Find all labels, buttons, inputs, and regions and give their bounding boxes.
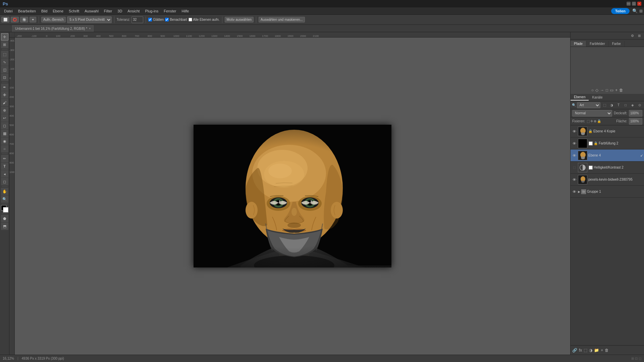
panel-add-icon[interactable]: + xyxy=(615,88,618,93)
layer-adj-btn[interactable]: ◑ xyxy=(589,348,592,353)
layer-mask-btn[interactable]: ⬚ xyxy=(584,348,587,353)
toleranz-input[interactable] xyxy=(131,16,143,23)
panel-trash-icon[interactable]: 🗑 xyxy=(619,88,623,93)
lasso-tool[interactable]: ∿ xyxy=(1,58,8,66)
object-select-tool[interactable]: ◫ xyxy=(1,66,8,73)
layer-visibility-toggle[interactable]: 👁 xyxy=(572,177,577,182)
tab-farbfelder[interactable]: Farbfelder xyxy=(586,41,609,47)
fix-artboard-icon[interactable]: ⊕ xyxy=(594,119,596,123)
menu-filter[interactable]: Filter xyxy=(101,8,115,14)
fix-all-icon[interactable]: 🔒 xyxy=(597,119,601,123)
maximize-btn[interactable]: □ xyxy=(632,2,636,6)
quick-mask-tool[interactable]: ⬟ xyxy=(1,215,8,222)
eraser-tool[interactable]: ◻ xyxy=(1,122,8,129)
tool-lasso[interactable]: 🔘 xyxy=(20,17,28,22)
panel-arrow-icon[interactable]: → xyxy=(600,88,604,93)
tool-ellipse-select[interactable]: ⭕ xyxy=(11,17,19,22)
fix-position-icon[interactable]: ✛ xyxy=(590,119,593,123)
titlebar-controls[interactable]: — □ × xyxy=(627,2,641,6)
layer-trash-btn[interactable]: 🗑 xyxy=(605,348,609,353)
shape-tool[interactable]: ◻ xyxy=(1,178,8,185)
eyedropper-tool[interactable]: ✒ xyxy=(1,83,8,91)
move-tool[interactable]: ✛ xyxy=(1,33,8,41)
panel-circle-icon[interactable]: ○ xyxy=(591,88,594,93)
path-select-tool[interactable]: ◂ xyxy=(1,170,8,178)
doc-tab-close[interactable]: × xyxy=(89,27,91,30)
tab-farbe[interactable]: Farbe xyxy=(609,41,625,47)
auswaehlen-maskieren-btn[interactable]: Auswählen und maskieren... xyxy=(259,17,305,22)
motiv-auswaehlen-btn[interactable]: Motiv auswählen xyxy=(225,17,254,22)
tab-kanaele[interactable]: Kanäle xyxy=(589,95,606,100)
menu-fenster[interactable]: Fenster xyxy=(161,8,179,14)
menu-auswahl[interactable]: Auswahl xyxy=(82,8,101,14)
healing-tool[interactable]: ✙ xyxy=(1,91,8,99)
view-options-icon[interactable]: ⊞ xyxy=(639,9,643,13)
layer-effect-btn[interactable]: fx xyxy=(579,348,582,353)
blend-mode-select[interactable]: Normal xyxy=(572,110,612,117)
menu-bild[interactable]: Bild xyxy=(39,8,50,14)
benachbart-checkbox[interactable]: Benachbart xyxy=(165,18,187,21)
glatten-checkbox[interactable]: Glätten xyxy=(148,18,164,21)
menu-bearbeiten[interactable]: Bearbeiten xyxy=(15,8,39,14)
close-btn[interactable]: × xyxy=(637,2,641,6)
canvas-container[interactable] xyxy=(15,38,570,355)
marquee-tool[interactable]: ⬚ xyxy=(1,51,8,58)
tool-magic-wand[interactable]: ✦ xyxy=(30,17,36,22)
panel-square-icon[interactable]: □ xyxy=(606,88,608,93)
layer-item[interactable]: 👁 pexels-kevin-bidwell-2380795 xyxy=(571,174,644,186)
menu-plugins[interactable]: Plug-ins xyxy=(142,8,161,14)
hand-tool[interactable]: ✋ xyxy=(1,188,8,195)
layer-visibility-toggle[interactable]: 👁 xyxy=(572,129,577,134)
layer-item[interactable]: 👁 ▶ Gruppe 1 xyxy=(571,186,644,198)
search-icon[interactable]: 🔍 xyxy=(632,8,638,13)
layer-filter-toggle[interactable]: ⊙ xyxy=(637,102,643,108)
layer-item[interactable]: 👁 🔒 Farbfüllung 2 xyxy=(571,137,644,149)
artboard-tool[interactable]: ⊞ xyxy=(1,41,8,48)
menu-ansicht[interactable]: Ansicht xyxy=(125,8,142,14)
layer-filter-pixel-btn[interactable]: ⬚ xyxy=(601,102,607,108)
panel-diamond-icon[interactable]: ◇ xyxy=(595,88,598,93)
layer-new-btn[interactable]: + xyxy=(601,348,603,353)
menu-3d[interactable]: 3D xyxy=(115,8,125,14)
dodge-tool[interactable]: ○ xyxy=(1,145,8,153)
minimize-btn[interactable]: — xyxy=(627,2,631,6)
clone-stamp-tool[interactable]: ⊕ xyxy=(1,107,8,114)
menu-hilfe[interactable]: Hilfe xyxy=(179,8,192,14)
pen-tool[interactable]: ✏ xyxy=(1,155,8,162)
gradient-tool[interactable]: ▦ xyxy=(1,130,8,137)
layer-group-arrow[interactable]: ▶ xyxy=(578,190,580,193)
tab-pfade[interactable]: Pfade xyxy=(571,41,586,47)
layer-visibility-toggle[interactable]: 👁 xyxy=(572,153,577,158)
background-color[interactable] xyxy=(3,207,8,213)
color-selector[interactable] xyxy=(1,205,8,213)
panel-rect-icon[interactable]: ▭ xyxy=(610,88,613,93)
history-brush-tool[interactable]: ↩ xyxy=(1,114,8,122)
blur-tool[interactable]: ◉ xyxy=(1,137,8,145)
panel-settings-icon[interactable]: ⚙ xyxy=(629,33,635,39)
share-button[interactable]: Teilen xyxy=(611,8,630,14)
layer-folder-btn[interactable]: 📁 xyxy=(594,348,599,353)
layer-item[interactable]: 👁 Ebene 4 ↙ xyxy=(571,149,644,162)
panel-arrange-icon[interactable]: ⊞ xyxy=(636,33,642,39)
text-tool[interactable]: T xyxy=(1,163,8,170)
flaeche-input[interactable] xyxy=(629,118,642,125)
layer-item[interactable]: 👁 🔒 Ebene 4 Kopie xyxy=(571,125,644,137)
menu-schrift[interactable]: Schrift xyxy=(66,8,82,14)
tab-ebenen[interactable]: Ebenen xyxy=(571,94,589,101)
menu-ebene[interactable]: Ebene xyxy=(50,8,66,14)
doc-tab[interactable]: Unbenannt-1 bei 16,1% (Farbfüllung 2, RG… xyxy=(12,25,94,32)
layer-filter-smart-btn[interactable]: ◈ xyxy=(630,102,636,108)
fix-pixel-icon[interactable]: ⬚ xyxy=(587,119,590,123)
layer-filter-adj-btn[interactable]: ◑ xyxy=(608,102,614,108)
layer-visibility-toggle[interactable]: 👁 xyxy=(572,141,577,146)
layer-link-btn[interactable]: 🔗 xyxy=(572,348,577,353)
layer-item[interactable]: ◻ Helligkeit/Kontrast 2 xyxy=(571,162,644,174)
layer-visibility-toggle[interactable]: ◻ xyxy=(572,165,577,170)
screen-mode-tool[interactable]: ⬒ xyxy=(1,223,8,230)
opacity-input[interactable] xyxy=(629,110,642,117)
tool-rect-select[interactable]: ⬜ xyxy=(1,17,9,22)
brush-size-select[interactable]: 5 x 5 Pixel Durchschnitt xyxy=(67,16,112,23)
layer-filter-select[interactable]: Art xyxy=(577,102,600,108)
menu-datei[interactable]: Datei xyxy=(1,8,15,14)
crop-tool[interactable]: ⊡ xyxy=(1,74,8,81)
